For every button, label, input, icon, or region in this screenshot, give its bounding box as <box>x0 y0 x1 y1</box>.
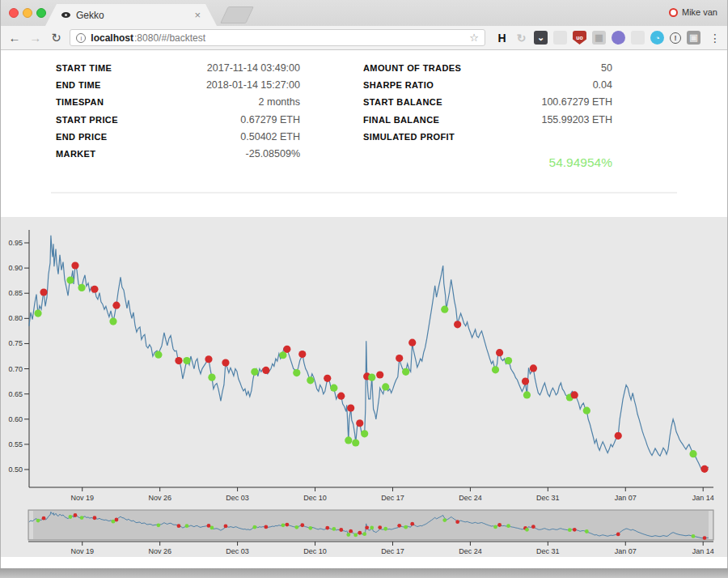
page-info-icon[interactable]: i <box>76 33 86 43</box>
sell-marker[interactable] <box>205 355 212 363</box>
sell-marker[interactable] <box>396 355 403 362</box>
window-bottom-edge <box>0 568 728 578</box>
buy-marker[interactable] <box>109 317 116 325</box>
buy-marker[interactable] <box>345 436 352 444</box>
navigator-buy-marker <box>525 528 529 532</box>
browser-menu-icon[interactable]: ⋮ <box>709 32 721 45</box>
bookmark-star-icon[interactable]: ☆ <box>469 32 479 44</box>
extension-disabled-icon[interactable] <box>553 31 567 45</box>
buy-marker[interactable] <box>441 306 448 313</box>
buy-marker[interactable] <box>154 351 162 359</box>
sell-marker[interactable] <box>71 261 78 269</box>
url-path: :8080/#/backtest <box>134 32 464 44</box>
navigator-sell-marker <box>410 522 414 526</box>
navigator-buy-marker <box>252 525 256 529</box>
sell-marker[interactable] <box>91 286 98 293</box>
address-bar[interactable]: i localhost :8080/#/backtest ☆ <box>70 29 485 46</box>
buy-marker[interactable] <box>492 366 499 373</box>
sell-marker[interactable] <box>615 432 622 440</box>
sell-marker[interactable] <box>222 359 229 366</box>
buy-marker[interactable] <box>307 376 314 384</box>
extension-window-icon[interactable]: ▣ <box>687 31 700 45</box>
sell-marker[interactable] <box>298 351 306 358</box>
extension-disabled2-icon[interactable] <box>631 31 645 45</box>
buy-marker[interactable] <box>523 391 531 398</box>
close-window-button[interactable] <box>9 8 19 18</box>
buy-marker[interactable] <box>66 276 74 283</box>
extension-pocket-icon[interactable]: ⌄ <box>534 31 548 45</box>
sell-marker[interactable] <box>262 367 269 374</box>
sell-marker[interactable] <box>496 349 503 356</box>
report-left-column: START TIME2017-11-14 03:49:00 END TIME20… <box>56 59 300 163</box>
sell-marker[interactable] <box>175 357 182 364</box>
backtest-price-chart[interactable]: 0.500.550.600.650.700.750.800.850.900.95… <box>1 217 728 557</box>
buy-marker[interactable] <box>583 407 590 414</box>
extension-h-icon[interactable]: H <box>495 31 509 45</box>
new-tab-button[interactable] <box>220 6 254 23</box>
navigator-sell-marker <box>325 526 329 530</box>
extension-planet-icon[interactable]: ◔ <box>650 31 664 45</box>
svg-text:Dec 03: Dec 03 <box>226 494 249 502</box>
navigator-sell-marker <box>264 525 268 529</box>
extension-sync-icon[interactable]: ↻ <box>514 31 528 45</box>
chart-section: 0.500.550.600.650.700.750.800.850.900.95… <box>1 217 727 557</box>
buy-marker[interactable] <box>361 430 368 437</box>
tab-close-icon[interactable]: × <box>194 9 201 21</box>
back-button[interactable]: ← <box>7 31 22 45</box>
browser-tab-gekko[interactable]: Gekko × <box>45 4 217 26</box>
sell-marker[interactable] <box>408 339 416 346</box>
tab-bar: Gekko × Mike van <box>1 0 727 26</box>
navigator-sell-marker <box>455 520 459 524</box>
buy-marker[interactable] <box>34 310 41 317</box>
svg-text:Jan 14: Jan 14 <box>692 494 714 502</box>
sell-marker[interactable] <box>112 302 120 309</box>
buy-marker[interactable] <box>352 439 359 446</box>
extension-ublock-shield-icon[interactable]: uo <box>573 31 586 45</box>
sell-marker[interactable] <box>347 404 354 411</box>
sell-marker[interactable] <box>571 391 578 398</box>
brush-handle-left[interactable] <box>29 511 33 539</box>
buy-marker[interactable] <box>78 284 85 291</box>
sell-marker[interactable] <box>283 346 290 353</box>
stat-label: START BALANCE <box>363 97 442 107</box>
extension-info-icon[interactable]: ! <box>670 32 681 44</box>
minimize-window-button[interactable] <box>23 8 32 18</box>
svg-text:0.70: 0.70 <box>8 365 23 373</box>
brush-handle-right[interactable] <box>709 511 713 539</box>
sell-marker[interactable] <box>522 378 529 385</box>
navigator-sell-marker <box>74 513 78 517</box>
stat-value: 155.99203 ETH <box>541 114 612 125</box>
buy-marker[interactable] <box>251 368 258 376</box>
buy-marker[interactable] <box>330 385 337 392</box>
buy-marker[interactable] <box>293 369 300 376</box>
reload-button[interactable]: ↻ <box>49 31 64 45</box>
buy-marker[interactable] <box>368 374 375 381</box>
sell-marker[interactable] <box>337 393 345 400</box>
sell-marker[interactable] <box>376 371 383 378</box>
fullscreen-window-button[interactable] <box>36 8 46 18</box>
sell-marker[interactable] <box>324 375 331 382</box>
buy-marker[interactable] <box>689 450 696 457</box>
stat-label: AMOUNT OF TRADES <box>363 63 461 73</box>
sell-marker[interactable] <box>530 364 537 372</box>
stat-value: 2018-01-14 15:27:00 <box>206 79 300 91</box>
stat-value: 0.50402 ETH <box>240 131 300 142</box>
navigator-buy-marker <box>568 528 572 532</box>
buy-marker[interactable] <box>208 374 215 381</box>
sell-marker[interactable] <box>454 321 461 328</box>
buy-marker[interactable] <box>505 357 512 364</box>
sell-marker[interactable] <box>356 419 363 427</box>
profile-chip[interactable]: Mike van <box>669 7 717 17</box>
buy-marker[interactable] <box>183 357 190 364</box>
extension-frame-icon[interactable]: ▦ <box>592 31 606 45</box>
svg-text:0.55: 0.55 <box>8 440 23 448</box>
sell-marker[interactable] <box>700 465 708 473</box>
simulated-profit-value: 54.94954% <box>363 155 612 170</box>
svg-text:Dec 24: Dec 24 <box>459 547 482 555</box>
buy-marker[interactable] <box>382 383 389 390</box>
navigator-buy-marker <box>370 526 374 530</box>
extension-globe-icon[interactable] <box>612 31 625 45</box>
buy-marker[interactable] <box>402 368 409 376</box>
svg-text:Dec 31: Dec 31 <box>536 547 560 555</box>
sell-marker[interactable] <box>40 288 47 295</box>
